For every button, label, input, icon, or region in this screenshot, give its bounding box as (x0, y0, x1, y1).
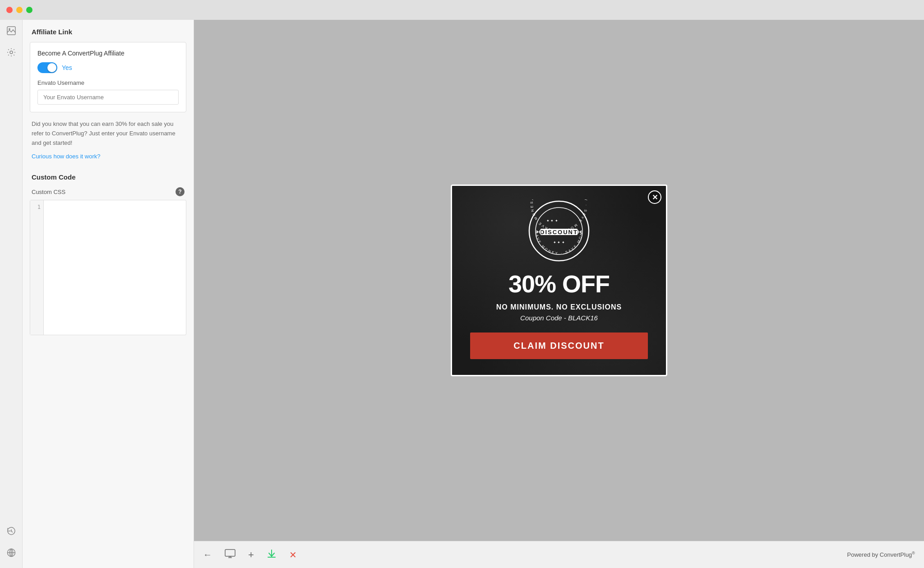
icon-bar-bottom (5, 525, 18, 568)
traffic-lights (6, 7, 32, 13)
add-icon[interactable]: + (248, 549, 254, 561)
svg-point-1 (9, 28, 10, 30)
globe-icon[interactable] (5, 546, 18, 559)
maximize-button[interactable] (26, 7, 32, 13)
no-minimums-text: NO MINIMUMS. NO EXCLUSIONS (470, 303, 648, 311)
code-editor: 1 (30, 200, 186, 335)
line-numbers: 1 (30, 200, 44, 335)
affiliate-card: Become A ConvertPlug Affiliate Yes Envat… (30, 42, 186, 112)
svg-rect-21 (225, 550, 235, 556)
svg-text:✦ ✦ ✦: ✦ ✦ ✦ (546, 219, 558, 223)
main-container: Affiliate Link Become A ConvertPlug Affi… (0, 20, 924, 568)
css-textarea[interactable] (44, 200, 186, 335)
device-preview-icon[interactable] (225, 549, 236, 560)
discount-stamp: SAVE MONEY · SAVE MONEY · SAVE MONEY · S… (527, 199, 591, 263)
icon-bar (0, 20, 23, 568)
popup-modal: ✕ (451, 185, 667, 376)
coupon-code-text: Coupon Code - BLACK16 (470, 314, 648, 322)
gear-icon[interactable] (5, 46, 18, 59)
svg-line-4 (11, 531, 13, 532)
close-button[interactable] (6, 7, 13, 13)
titlebar (0, 0, 924, 20)
affiliate-toggle[interactable] (37, 62, 57, 73)
popup-close-button[interactable]: ✕ (648, 190, 661, 204)
envato-username-input[interactable] (37, 90, 179, 105)
popup-inner: SAVE MONEY · SAVE MONEY · SAVE MONEY · S… (452, 186, 666, 375)
claim-discount-button[interactable]: CLAIM DISCOUNT (470, 332, 648, 359)
username-label: Envato Username (37, 79, 179, 86)
history-icon[interactable] (5, 525, 18, 537)
info-text: Did you know that you can earn 30% for e… (23, 120, 194, 153)
custom-code-title: Custom Code (23, 169, 194, 187)
bottom-bar: ← + ✕ (194, 541, 924, 568)
sidebar: Affiliate Link Become A ConvertPlug Affi… (23, 20, 194, 568)
toggle-row: Yes (37, 62, 179, 73)
svg-text:✦ ✦ ✦: ✦ ✦ ✦ (553, 240, 564, 245)
svg-point-2 (10, 51, 13, 54)
back-icon[interactable]: ← (203, 550, 212, 560)
preview-area: ✕ (194, 20, 924, 568)
download-icon[interactable] (267, 549, 277, 561)
image-icon[interactable] (5, 24, 18, 37)
delete-icon[interactable]: ✕ (289, 550, 297, 560)
help-icon[interactable]: ? (176, 187, 185, 196)
custom-css-label: Custom CSS (32, 189, 65, 195)
custom-css-header: Custom CSS ? (23, 187, 194, 200)
powered-by-text: Powered by ConvertPlug® (847, 551, 915, 558)
preview-content: ✕ (194, 20, 924, 541)
bottom-controls: ← + ✕ (203, 549, 297, 561)
curious-link[interactable]: Curious how does it work? (23, 153, 194, 169)
affiliate-link-title: Affiliate Link (23, 20, 194, 42)
percent-off-text: 30% OFF (470, 272, 648, 296)
minimize-button[interactable] (16, 7, 23, 13)
toggle-label: Yes (62, 64, 72, 71)
card-title: Become A ConvertPlug Affiliate (37, 50, 179, 57)
svg-marker-16 (577, 229, 579, 235)
line-number-1: 1 (33, 204, 41, 210)
svg-text:DISCOUNT: DISCOUNT (540, 229, 578, 236)
